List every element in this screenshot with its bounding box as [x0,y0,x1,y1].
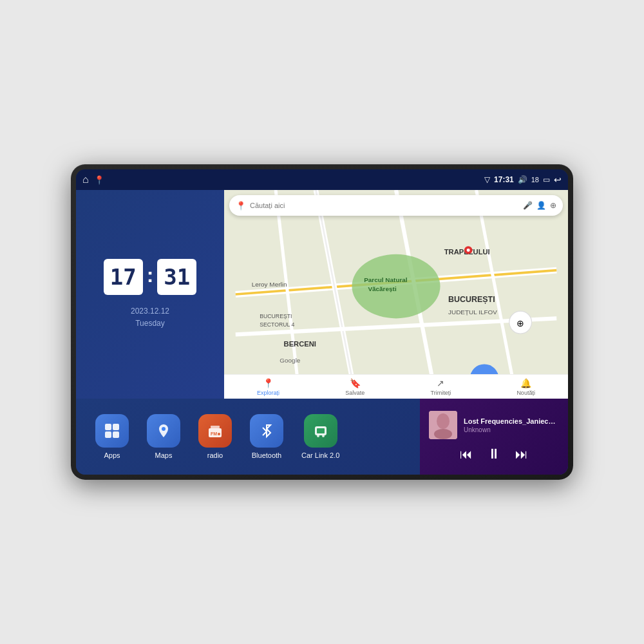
radio-icon-item[interactable]: FM radio [189,410,241,463]
clock-display: 17 : 31 [104,259,197,295]
carlink-label: Car Link 2.0 [301,451,339,459]
saved-icon: 🔖 [350,378,361,388]
top-section: 17 : 31 2023.12.12 Tuesday [76,190,568,399]
radio-icon: FM [198,414,232,448]
svg-text:JUDEȚUL ILFOV: JUDEȚUL ILFOV [448,308,497,316]
apps-icon-item[interactable]: Apps [86,410,138,463]
svg-text:Leroy Merlin: Leroy Merlin [252,281,287,288]
svg-rect-27 [113,424,119,430]
app-icons-row: Apps Maps [76,405,420,468]
svg-text:Google: Google [279,357,301,364]
clock-date: 2023.12.12 Tuesday [131,305,169,330]
music-player: Lost Frequencies_Janieck Devy-... Unknow… [420,399,568,475]
share-icon: ↗ [437,378,444,388]
svg-point-30 [162,427,166,431]
music-artist: Unknown [464,426,559,433]
maps-label: Maps [155,451,173,459]
svg-point-40 [437,413,450,429]
clock-colon: : [147,263,154,287]
svg-rect-36 [317,428,325,433]
news-label: Noutăți [516,390,535,396]
maps-icon [147,414,180,448]
map-nav-share[interactable]: ↗ Trimiteți [431,378,451,396]
clock-widget: 17 : 31 2023.12.12 Tuesday [76,190,224,399]
music-info: Lost Frequencies_Janieck Devy-... Unknow… [464,417,559,433]
svg-point-21 [467,249,470,252]
music-next-button[interactable]: ⏭ [515,447,528,462]
explore-label: Explorați [257,390,279,396]
carlink-icon-item[interactable]: Car Link 2.0 [292,410,348,463]
saved-label: Salvate [345,390,365,396]
battery-icon: ▭ [543,175,550,184]
volume-icon: 🔊 [518,175,527,184]
volume-level: 18 [531,176,539,184]
map-widget[interactable]: Parcul Natural Văcărești TRAPEZULUI BUCU… [224,190,568,399]
share-label: Trimiteți [431,390,451,396]
map-nav-saved[interactable]: 🔖 Salvate [345,378,365,396]
time-display: 17:31 [494,175,514,184]
status-bar: ⌂ 📍 ▽ 17:31 🔊 18 ▭ ↩ [76,169,568,190]
svg-rect-28 [105,431,111,438]
svg-text:BUCUREȘTI: BUCUREȘTI [260,313,292,319]
svg-point-34 [218,433,220,435]
map-search-input[interactable] [250,202,519,209]
svg-point-37 [317,435,319,437]
svg-text:Parcul Natural: Parcul Natural [364,276,408,283]
svg-text:SECTORUL 4: SECTORUL 4 [260,321,294,328]
music-album-art [429,411,457,439]
clock-minute: 31 [157,259,196,295]
clock-hour: 17 [104,259,143,295]
news-icon: 🔔 [520,378,531,388]
maps-icon-item[interactable]: Maps [138,410,189,463]
status-bar-left: ⌂ 📍 [82,174,104,185]
svg-text:Văcărești: Văcărești [368,285,397,292]
map-nav-news[interactable]: 🔔 Noutăți [516,378,535,396]
bluetooth-label: Bluetooth [252,451,281,459]
svg-rect-32 [211,426,220,428]
svg-point-41 [434,429,452,439]
bluetooth-icon-item[interactable]: Bluetooth [241,410,292,463]
music-top: Lost Frequencies_Janieck Devy-... Unknow… [429,411,559,439]
bottom-section: Apps Maps [76,399,568,475]
map-voice-icon[interactable]: 🎤 [523,201,533,210]
map-nav-explore[interactable]: 📍 Explorați [257,378,279,396]
svg-rect-26 [105,424,111,430]
bluetooth-icon [250,414,283,448]
map-search-bar[interactable]: 📍 🎤 👤 ⊕ [229,195,563,216]
radio-label: radio [207,451,223,459]
music-play-button[interactable]: ⏸ [487,446,501,462]
home-icon[interactable]: ⌂ [82,174,89,185]
svg-text:BERCENI: BERCENI [284,340,316,348]
map-bottom-nav: 📍 Explorați 🔖 Salvate ↗ Trimiteți 🔔 [224,374,568,399]
status-bar-right: ▽ 17:31 🔊 18 ▭ ↩ [484,175,562,185]
map-layers-icon[interactable]: ⊕ [550,201,556,210]
explore-icon: 📍 [263,378,274,388]
apps-label: Apps [104,451,120,459]
svg-text:FM: FM [211,431,217,436]
signal-icon: ▽ [484,175,490,184]
car-head-unit: ⌂ 📍 ▽ 17:31 🔊 18 ▭ ↩ 17 : [71,164,573,480]
svg-rect-29 [113,431,119,438]
apps-icon [95,414,129,448]
music-prev-button[interactable]: ⏮ [460,447,473,462]
map-pin-icon: 📍 [236,201,246,211]
device-screen: ⌂ 📍 ▽ 17:31 🔊 18 ▭ ↩ 17 : [76,169,568,475]
music-controls: ⏮ ⏸ ⏭ [429,446,559,462]
map-account-icon[interactable]: 👤 [536,201,546,210]
music-title: Lost Frequencies_Janieck Devy-... [464,417,559,425]
svg-point-38 [322,435,325,437]
maps-nav-icon[interactable]: 📍 [94,175,104,185]
carlink-icon [304,414,337,448]
svg-text:BUCUREȘTI: BUCUREȘTI [448,295,495,304]
back-icon[interactable]: ↩ [554,175,562,185]
svg-text:⊕: ⊕ [516,319,524,328]
main-content: 17 : 31 2023.12.12 Tuesday [76,190,568,475]
